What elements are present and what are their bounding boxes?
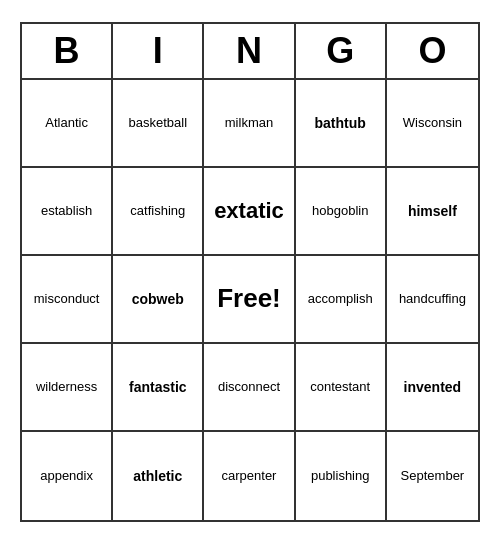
bingo-cell: establish [22, 168, 113, 256]
bingo-cell: athletic [113, 432, 204, 520]
bingo-cell: catfishing [113, 168, 204, 256]
bingo-cell: himself [387, 168, 478, 256]
bingo-cell: cobweb [113, 256, 204, 344]
cell-text: establish [41, 203, 92, 219]
bingo-cell: carpenter [204, 432, 295, 520]
cell-text: milkman [225, 115, 273, 131]
cell-text: appendix [40, 468, 93, 484]
bingo-cell: misconduct [22, 256, 113, 344]
bingo-cell: basketball [113, 80, 204, 168]
header-letter: I [113, 24, 204, 78]
bingo-cell: bathtub [296, 80, 387, 168]
cell-text: publishing [311, 468, 370, 484]
bingo-cell: Free! [204, 256, 295, 344]
bingo-cell: September [387, 432, 478, 520]
bingo-cell: milkman [204, 80, 295, 168]
bingo-cell: appendix [22, 432, 113, 520]
cell-text: catfishing [130, 203, 185, 219]
bingo-cell: accomplish [296, 256, 387, 344]
bingo-cell: Atlantic [22, 80, 113, 168]
cell-text: Free! [217, 283, 281, 314]
cell-text: wilderness [36, 379, 97, 395]
cell-text: basketball [129, 115, 188, 131]
header-letter: O [387, 24, 478, 78]
bingo-grid: AtlanticbasketballmilkmanbathtubWisconsi… [22, 80, 478, 520]
bingo-cell: contestant [296, 344, 387, 432]
bingo-cell: fantastic [113, 344, 204, 432]
cell-text: invented [404, 379, 462, 396]
cell-text: accomplish [308, 291, 373, 307]
cell-text: hobgoblin [312, 203, 368, 219]
bingo-cell: hobgoblin [296, 168, 387, 256]
bingo-cell: invented [387, 344, 478, 432]
cell-text: fantastic [129, 379, 187, 396]
bingo-header: BINGO [22, 24, 478, 80]
cell-text: Wisconsin [403, 115, 462, 131]
bingo-cell: Wisconsin [387, 80, 478, 168]
header-letter: G [296, 24, 387, 78]
cell-text: himself [408, 203, 457, 220]
cell-text: cobweb [132, 291, 184, 308]
bingo-cell: disconnect [204, 344, 295, 432]
cell-text: September [401, 468, 465, 484]
cell-text: extatic [214, 198, 284, 224]
bingo-cell: handcuffing [387, 256, 478, 344]
bingo-cell: publishing [296, 432, 387, 520]
cell-text: handcuffing [399, 291, 466, 307]
cell-text: contestant [310, 379, 370, 395]
cell-text: misconduct [34, 291, 100, 307]
cell-text: Atlantic [45, 115, 88, 131]
bingo-cell: extatic [204, 168, 295, 256]
cell-text: athletic [133, 468, 182, 485]
cell-text: disconnect [218, 379, 280, 395]
cell-text: carpenter [222, 468, 277, 484]
cell-text: bathtub [315, 115, 366, 132]
header-letter: N [204, 24, 295, 78]
bingo-card: BINGO AtlanticbasketballmilkmanbathtubWi… [20, 22, 480, 522]
header-letter: B [22, 24, 113, 78]
bingo-cell: wilderness [22, 344, 113, 432]
